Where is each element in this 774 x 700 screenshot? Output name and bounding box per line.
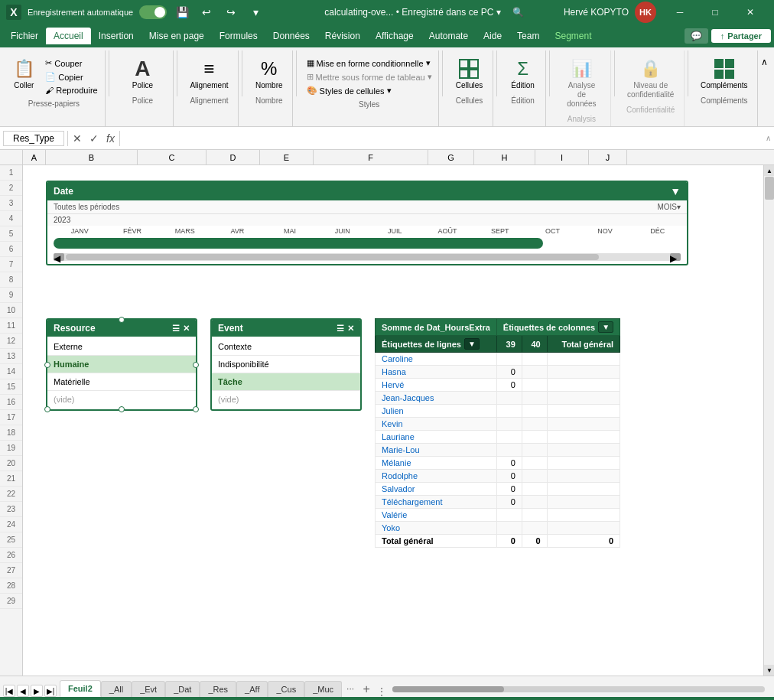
row-num-5[interactable]: 5 <box>0 226 22 242</box>
resource-item-externe[interactable]: Externe <box>47 338 196 356</box>
share-button[interactable]: ↑ Partager <box>711 29 771 43</box>
menu-segment[interactable]: Segment <box>547 28 599 44</box>
col-header-f[interactable]: F <box>314 150 428 164</box>
resource-slicer-multiselect-icon[interactable]: ☰ <box>172 324 180 334</box>
undo-button[interactable]: ↩ <box>197 3 216 21</box>
pivot-row-name[interactable]: Marie-Lou <box>376 444 497 457</box>
add-sheet-button[interactable]: + <box>359 682 374 697</box>
redo-button[interactable]: ↪ <box>222 3 240 21</box>
reproduire-button[interactable]: 🖌 Reproduire <box>42 84 100 96</box>
row-num-26[interactable]: 26 <box>0 548 22 563</box>
ribbon-collapse-button[interactable]: ∧ <box>758 54 771 70</box>
col-header-j[interactable]: J <box>589 150 627 164</box>
pivot-row-name[interactable]: Caroline <box>376 353 497 366</box>
resource-slicer[interactable]: Resource ☰ ✕ Externe Humaine Matérielle … <box>46 318 197 411</box>
col-header-d[interactable]: D <box>207 150 260 164</box>
event-slicer-multiselect-icon[interactable]: ☰ <box>337 324 344 334</box>
scroll-thumb[interactable] <box>765 177 774 200</box>
pivot-row-name[interactable]: Julien <box>376 405 497 418</box>
row-num-11[interactable]: 11 <box>0 318 22 334</box>
alignement-button[interactable]: ≡ Alignement <box>185 54 233 93</box>
scroll-down-button[interactable]: ▼ <box>764 665 774 676</box>
pivot-row-name[interactable]: Téléchargement <box>376 496 497 509</box>
coller-button[interactable]: 📋 Coller <box>7 54 41 93</box>
col-header-h[interactable]: H <box>474 150 535 164</box>
pivot-row-name[interactable]: Salvador <box>376 483 497 496</box>
row-num-27[interactable]: 27 <box>0 563 22 578</box>
row-num-6[interactable]: 6 <box>0 242 22 257</box>
slicer-resize-bottom[interactable] <box>119 406 125 412</box>
pivot-row-name[interactable]: Hasna <box>376 366 497 379</box>
sheet-tab-dat[interactable]: _Dat <box>165 681 200 697</box>
pivot-row-name[interactable]: Valérie <box>376 509 497 522</box>
row-num-18[interactable]: 18 <box>0 425 22 441</box>
pivot-row-name[interactable]: Jean-Jacques <box>376 392 497 405</box>
slicer-resize-bottom-left[interactable] <box>44 406 50 412</box>
event-item-vide[interactable]: (vide) <box>212 391 360 408</box>
row-num-23[interactable]: 23 <box>0 502 22 517</box>
timeline-bar[interactable] <box>54 238 543 249</box>
maximize-button[interactable]: □ <box>698 0 733 24</box>
resource-item-vide[interactable]: (vide) <box>47 391 196 408</box>
slicer-resize-right[interactable] <box>193 362 199 368</box>
analyse-donnees-button[interactable]: 📊 Analyse dedonnées <box>559 54 604 112</box>
customize-qat-button[interactable]: ▾ <box>246 3 265 21</box>
timeline-scroll-left[interactable]: ◀ <box>54 253 64 261</box>
sheet-tab-res[interactable]: _Res <box>200 681 236 697</box>
event-item-contexte[interactable]: Contexte <box>212 338 360 356</box>
pivot-row-name[interactable]: Yoko <box>376 522 497 535</box>
row-num-7[interactable]: 7 <box>0 257 22 272</box>
menu-team[interactable]: Team <box>509 28 547 44</box>
slicer-resize-top[interactable] <box>119 317 125 323</box>
resource-item-materielle[interactable]: Matérielle <box>47 373 196 391</box>
col-header-a[interactable]: A <box>23 150 46 164</box>
tab-scroll-prev[interactable]: ◀ <box>17 685 29 697</box>
menu-donnees[interactable]: Données <box>265 28 317 44</box>
row-num-3[interactable]: 3 <box>0 196 22 211</box>
sheet-tab-aff[interactable]: _Aff <box>236 681 268 697</box>
row-num-29[interactable]: 29 <box>0 594 22 609</box>
menu-automate[interactable]: Automate <box>421 28 476 44</box>
row-num-9[interactable]: 9 <box>0 288 22 303</box>
slicer-resize-left[interactable] <box>44 362 50 368</box>
row-num-21[interactable]: 21 <box>0 471 22 487</box>
sheet-tab-all[interactable]: _All <box>101 681 132 697</box>
event-slicer[interactable]: Event ☰ ✕ Contexte Indisponibilité Tâche… <box>210 318 362 411</box>
edition-button[interactable]: Σ Édition <box>506 54 540 93</box>
row-num-16[interactable]: 16 <box>0 395 22 410</box>
formula-cancel-icon[interactable]: ✕ <box>71 131 83 146</box>
name-box[interactable] <box>3 131 64 146</box>
pivot-row-name[interactable]: Lauriane <box>376 431 497 444</box>
sheet-tab-feuil2[interactable]: Feuil2 <box>60 680 101 697</box>
timeline-scroll-area[interactable]: ◀ ▶ <box>47 252 687 264</box>
timeline-bar-area[interactable] <box>47 235 687 252</box>
close-button[interactable]: ✕ <box>733 0 768 24</box>
menu-affichage[interactable]: Affichage <box>368 28 421 44</box>
menu-revision[interactable]: Révision <box>317 28 368 44</box>
menu-mise-en-page[interactable]: Mise en page <box>141 28 212 44</box>
pivot-row-name[interactable]: Kevin <box>376 418 497 431</box>
chat-button[interactable]: 💬 <box>685 28 708 44</box>
pivot-row-filter[interactable]: ▼ <box>464 338 480 350</box>
formula-input[interactable] <box>123 132 763 145</box>
save-button[interactable]: 💾 <box>173 3 191 21</box>
mettre-sous-forme-tableau-button[interactable]: ⊞ Mettre sous forme de tableau ▾ <box>304 70 435 83</box>
col-header-g[interactable]: G <box>428 150 474 164</box>
row-num-28[interactable]: 28 <box>0 578 22 594</box>
col-header-b[interactable]: B <box>46 150 138 164</box>
col-header-i[interactable]: I <box>535 150 589 164</box>
mise-en-forme-conditionnelle-button[interactable]: ▦ Mise en forme conditionnelle ▾ <box>304 57 435 70</box>
menu-fichier[interactable]: Fichier <box>3 28 46 44</box>
nombre-button[interactable]: % Nombre <box>251 54 288 93</box>
row-num-13[interactable]: 13 <box>0 349 22 364</box>
auto-save-toggle[interactable] <box>139 5 167 19</box>
cellules-button[interactable]: Cellules <box>451 54 488 93</box>
row-num-17[interactable]: 17 <box>0 410 22 425</box>
more-sheets-button[interactable]: ··· <box>342 680 359 697</box>
pivot-column-filter[interactable]: ▼ <box>598 321 613 333</box>
minimize-button[interactable]: ─ <box>662 0 698 24</box>
timeline-scroll-right[interactable]: ▶ <box>670 253 681 261</box>
sheet-options-button[interactable]: ⋮ <box>377 686 386 697</box>
menu-accueil[interactable]: Accueil <box>46 28 91 44</box>
row-num-12[interactable]: 12 <box>0 334 22 349</box>
